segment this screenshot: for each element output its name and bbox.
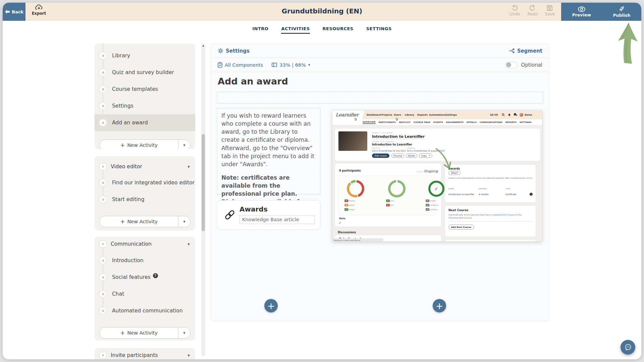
add-block-right-button[interactable]: + (433, 299, 446, 312)
shot-remove-award-icon: – (530, 193, 533, 196)
timeline-square-icon (99, 240, 107, 248)
plus-icon: + (120, 329, 125, 336)
new-activity-main[interactable]: +New Activity (100, 140, 178, 149)
timeline-square-icon (99, 352, 107, 359)
activity-title: Add an award (218, 76, 288, 86)
shot-row-name: Introduction to Learnifier (448, 193, 476, 196)
save-button[interactable]: Save (545, 5, 555, 16)
shot-col-type: TYPE (505, 188, 510, 190)
publish-button[interactable]: Publish (613, 6, 630, 18)
sidebar-item-quiz-and-survey-builder[interactable]: Quiz and survey builder (95, 64, 195, 81)
help-icon[interactable]: ? (153, 273, 158, 278)
preview-button[interactable]: Preview (572, 6, 591, 17)
new-activity-dropdown[interactable]: ▾ (178, 216, 190, 227)
new-activity-main[interactable]: +New Activity (100, 216, 178, 227)
shot-tab: ASSIGNMENTS (446, 121, 464, 123)
sidebar-header-communication[interactable]: Communication ▾ (95, 237, 195, 251)
optional-toggle[interactable] (505, 62, 518, 68)
new-activity-label: New Activity (127, 330, 157, 336)
sidebar-item-course-templates[interactable]: Course templates (95, 81, 195, 98)
sidebar-header-invite-participants[interactable]: Invite participants ▾ (95, 348, 195, 359)
shot-status-label: STATUS (417, 171, 424, 173)
new-activity-dropdown[interactable]: ▾ (178, 140, 190, 149)
app-window: Back Export Grundutbildning (EN) Undo Re… (3, 3, 641, 359)
new-activity-button: +New Activity ▾ (99, 216, 191, 227)
new-activity-dropdown[interactable]: ▾ (178, 327, 190, 338)
shot-participants-title: 9 participants (339, 169, 361, 172)
shot-ring-value: 9 (388, 117, 406, 122)
shot-tab: EVENTS (433, 121, 443, 123)
sidebar-section-invite-participants: Invite participants ▾ (95, 348, 195, 359)
sidebar-item-library[interactable]: Library (95, 47, 195, 64)
save-icon (547, 5, 553, 11)
shot-logo: Learnifier (336, 112, 359, 117)
timeline-dot-icon (99, 102, 107, 110)
shot-nav-automations: Automations (429, 114, 446, 116)
add-block-left-button[interactable]: + (264, 299, 278, 312)
sidebar-item-chat[interactable]: Chat (95, 286, 195, 302)
new-activity-button: +New Activity ▾ (99, 139, 191, 149)
sidebar-item-settings[interactable]: Settings (95, 98, 195, 114)
shot-project-title-label: PROJECT TITLE (ADMIN) (372, 132, 393, 134)
support-chat-button[interactable] (621, 340, 635, 355)
new-activity-main[interactable]: +New Activity (100, 327, 178, 338)
empty-content-block[interactable] (217, 92, 543, 104)
gear-icon (218, 48, 223, 54)
tab-intro[interactable]: INTRO (252, 26, 268, 34)
shot-ring-ontrack (388, 180, 406, 197)
sidebar-header-label: Communication (111, 241, 152, 247)
timeline-dot-icon (99, 68, 107, 76)
tab-resources[interactable]: RESOURCES (323, 26, 354, 34)
sidebar-item-social-features[interactable]: Social features? (95, 269, 195, 286)
chevron-down-icon: ▾ (183, 219, 185, 224)
shot-nav-library: Library (405, 114, 414, 116)
shot-tab: COURSE PAGE (414, 121, 431, 123)
layout-ratio-selector[interactable]: 33% | 66% ▾ (272, 62, 310, 68)
shot-note-label: Note (339, 217, 345, 220)
shot-next-course-title: Next Course (448, 208, 468, 212)
sidebar-item-label: Find our integrated video editor (112, 180, 195, 186)
timeline-dot-icon (99, 273, 107, 281)
undo-button[interactable]: Undo (509, 5, 520, 16)
sidebar-item-automated-communication[interactable]: Automated communication (95, 302, 195, 319)
sidebar-section-general: Library Quiz and survey builder Course t… (95, 44, 195, 149)
segment-button[interactable]: Segment (509, 48, 542, 54)
sidebar-item-introduction[interactable]: Introduction (95, 252, 195, 269)
body-text-block[interactable]: If you wish to reward learners who compl… (217, 108, 320, 194)
sidebar-item-start-editing[interactable]: Start editing (95, 191, 195, 208)
shot-cutoff-card (445, 240, 536, 242)
redo-button[interactable]: Redo (527, 5, 537, 16)
sidebar-item-add-an-award[interactable]: Add an award (95, 114, 195, 131)
sidebar-item-label: Settings (112, 103, 133, 109)
all-components-label: All Components (225, 62, 263, 68)
shot-awards-card (445, 165, 536, 202)
knowledge-base-card[interactable]: Awards Knowledge Base article (217, 200, 320, 230)
sidebar-item-label: Chat (112, 291, 124, 297)
all-components-button[interactable]: All Components (218, 62, 263, 68)
tab-activities[interactable]: ACTIVITIES (281, 26, 310, 34)
shot-divider (448, 221, 532, 222)
shot-col-name: NAME (448, 188, 454, 190)
shot-project-title: Introduction to Learnifier (372, 134, 425, 139)
shot-next-course-description: Automatically enroll Learners that have … (448, 213, 530, 220)
chevron-down-icon: ▾ (187, 353, 190, 358)
sidebar-item-find-video-editor[interactable]: Find our integrated video editor (95, 174, 195, 191)
save-label: Save (545, 12, 555, 16)
sidebar-item-label: Start editing (112, 196, 145, 202)
activity-settings-button[interactable]: Settings (218, 48, 250, 54)
scrollbar-up-icon[interactable]: ▲ (201, 44, 205, 47)
shot-row-type: Certificate (505, 193, 516, 195)
sidebar-scrollbar-thumb[interactable] (202, 134, 205, 231)
tab-settings[interactable]: SETTINGS (366, 26, 392, 34)
card-subtitle-field[interactable]: Knowledge Base article (239, 215, 315, 224)
chat-bubble-icon (624, 343, 632, 352)
timeline-dot-icon (99, 52, 107, 60)
chevron-down-icon: ▾ (308, 63, 310, 67)
shot-created-by: Demo Ester (372, 149, 384, 152)
shot-nav-reports: Reports (417, 114, 428, 116)
sidebar-section-video-editor: Video editor ▾ Find our integrated video… (95, 156, 195, 231)
shot-preview-button: Preview (391, 154, 404, 158)
layout-ratio-value: 33% | 66% (279, 62, 306, 68)
sidebar-header-video-editor[interactable]: Video editor ▾ (95, 159, 195, 174)
plus-icon: + (436, 301, 443, 311)
